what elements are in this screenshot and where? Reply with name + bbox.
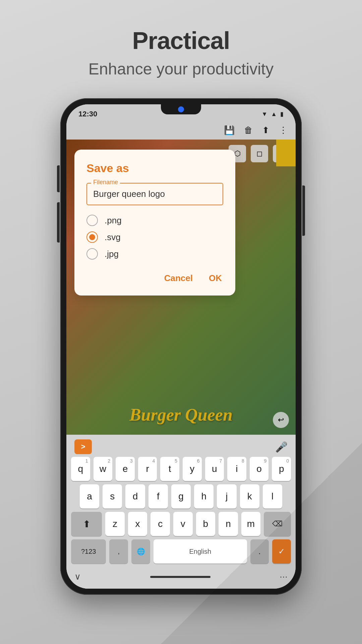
microphone-button[interactable]: 🎤 <box>275 441 288 453</box>
save-dialog: Save as Filename .png .svg <box>74 150 235 296</box>
key-c[interactable]: c <box>150 512 170 536</box>
format-svg[interactable]: .svg <box>86 231 223 243</box>
nav-home-indicator <box>150 576 210 578</box>
key-g[interactable]: g <box>171 484 191 508</box>
phone-screen: 12:30 ▼ ▲ ▮ 💾 🗑 ⬆ ⋮ ⬡ ◻ ✏ ↩ <box>66 104 296 589</box>
filename-field-wrapper: Filename <box>86 183 223 205</box>
key-w[interactable]: 2w <box>94 457 113 481</box>
key-d[interactable]: d <box>125 484 145 508</box>
app-toolbar: 💾 🗑 ⬆ ⋮ <box>66 121 296 140</box>
key-j[interactable]: j <box>217 484 236 508</box>
ok-button[interactable]: OK <box>207 270 223 286</box>
battery-icon: ▮ <box>280 110 284 118</box>
key-t[interactable]: 5t <box>160 457 179 481</box>
status-icons: ▼ ▲ ▮ <box>261 110 284 118</box>
nav-down-icon[interactable]: ∨ <box>74 572 81 582</box>
key-x[interactable]: x <box>128 512 147 536</box>
key-s[interactable]: s <box>103 484 122 508</box>
svg-radio[interactable] <box>86 231 98 243</box>
key-b[interactable]: b <box>196 512 216 536</box>
comma-key[interactable]: , <box>109 539 128 564</box>
backspace-key[interactable]: ⌫ <box>264 512 291 536</box>
jpg-radio[interactable] <box>86 248 98 260</box>
shift-key[interactable]: ⬆ <box>71 512 102 536</box>
key-p[interactable]: 0p <box>272 457 291 481</box>
key-n[interactable]: n <box>219 512 238 536</box>
key-v[interactable]: v <box>173 512 193 536</box>
key-r[interactable]: 4r <box>138 457 157 481</box>
key-k[interactable]: k <box>240 484 259 508</box>
signal-icon: ▲ <box>271 111 277 118</box>
share-button[interactable]: ⬆ <box>262 125 269 136</box>
wifi-icon: ▼ <box>261 111 267 118</box>
keyboard-row-3: ⬆ z x c v b n m ⌫ <box>66 512 296 536</box>
key-i[interactable]: 8i <box>227 457 246 481</box>
key-z[interactable]: z <box>105 512 125 536</box>
key-o[interactable]: 9o <box>250 457 269 481</box>
key-e[interactable]: 3e <box>116 457 135 481</box>
globe-key[interactable]: 🌐 <box>131 539 150 564</box>
symbols-key[interactable]: ?123 <box>71 539 106 564</box>
format-radio-group: .png .svg .jpg <box>86 215 223 260</box>
delete-button[interactable]: 🗑 <box>244 125 253 136</box>
keyboard-expand-button[interactable]: > <box>74 439 92 454</box>
filename-label: Filename <box>91 179 120 186</box>
cancel-button[interactable]: Cancel <box>163 270 194 286</box>
dialog-overlay: Save as Filename .png .svg <box>66 140 296 435</box>
phone-vol-down <box>57 202 60 243</box>
phone-notch <box>161 104 201 114</box>
key-y[interactable]: 6y <box>183 457 202 481</box>
more-button[interactable]: ⋮ <box>279 125 288 136</box>
keyboard-row-1: 1q 2w 3e 4r 5t 6y 7u 8i 9o 0p <box>66 457 296 481</box>
key-q[interactable]: 1q <box>71 457 90 481</box>
key-m[interactable]: m <box>241 512 261 536</box>
dialog-title: Save as <box>86 162 223 175</box>
key-l[interactable]: l <box>263 484 282 508</box>
keyboard-row-4: ?123 , 🌐 English . ✓ <box>66 539 296 564</box>
keyboard-area: > 🎤 1q 2w 3e 4r 5t 6y 7u 8i 9o 0p a s d <box>66 435 296 589</box>
nav-grid-icon[interactable]: ⋯ <box>280 572 288 582</box>
key-u[interactable]: 7u <box>205 457 224 481</box>
status-time: 12:30 <box>78 110 97 118</box>
done-key[interactable]: ✓ <box>272 539 291 564</box>
key-a[interactable]: a <box>80 484 99 508</box>
page-subtitle: Enhance your productivity <box>88 60 274 78</box>
key-h[interactable]: h <box>194 484 214 508</box>
nav-bar: ∨ ⋯ <box>66 567 296 589</box>
key-f[interactable]: f <box>148 484 168 508</box>
filename-input[interactable] <box>86 183 223 205</box>
canvas-area: ⬡ ◻ ✏ ↩ Burger Queen Save as Filename <box>66 140 296 435</box>
phone-power <box>302 185 305 236</box>
keyboard-row-2: a s d f g h j k l <box>66 484 296 508</box>
format-png[interactable]: .png <box>86 215 223 226</box>
svg-label: .svg <box>105 232 121 243</box>
dialog-actions: Cancel OK <box>86 270 223 286</box>
space-key[interactable]: English <box>154 539 247 564</box>
keyboard-top-bar: > 🎤 <box>66 435 296 457</box>
png-radio[interactable] <box>86 215 98 226</box>
format-jpg[interactable]: .jpg <box>86 248 223 260</box>
save-button[interactable]: 💾 <box>224 125 235 136</box>
jpg-label: .jpg <box>105 249 119 259</box>
period-key[interactable]: . <box>250 539 269 564</box>
png-label: .png <box>105 215 122 226</box>
phone-vol-up <box>57 165 60 192</box>
page-title: Practical <box>132 27 230 54</box>
phone-mockup: 12:30 ▼ ▲ ▮ 💾 🗑 ⬆ ⋮ ⬡ ◻ ✏ ↩ <box>60 98 302 595</box>
